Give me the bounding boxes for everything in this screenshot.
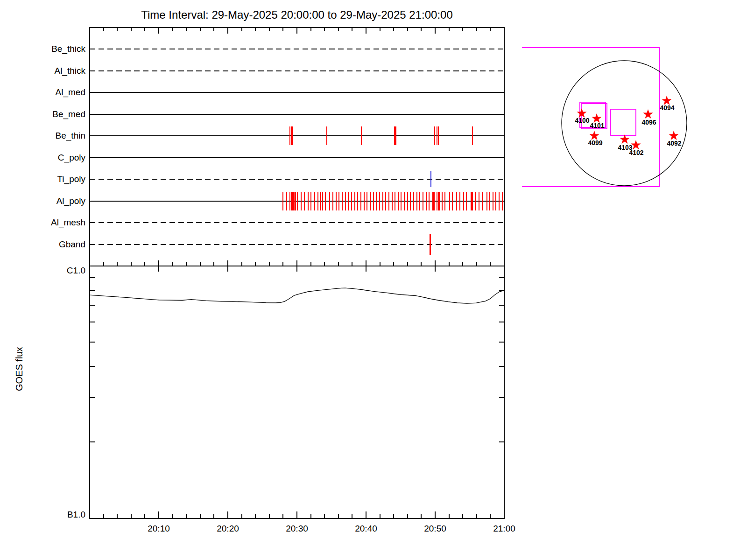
time-minor-tick xyxy=(462,28,463,31)
time-minor-tick xyxy=(117,514,118,518)
exposure-tick-Al_poly xyxy=(336,192,337,210)
exposure-tick-Al_poly xyxy=(466,192,467,210)
time-minor-tick xyxy=(255,262,256,266)
exposure-tick-Al_poly xyxy=(407,192,408,210)
plot-canvas: Time Interval: 29-May-2025 20:00:00 to 2… xyxy=(0,0,747,560)
goes-log-tick xyxy=(499,366,504,367)
time-minor-tick xyxy=(186,28,187,31)
time-minor-tick xyxy=(338,514,339,518)
time-label-21:00: 21:00 xyxy=(483,524,525,534)
active-region-label-4094: 4094 xyxy=(660,104,674,112)
exposure-tick-Al_poly xyxy=(401,192,402,210)
exposure-tick-Al_poly xyxy=(295,192,296,210)
time-minor-tick xyxy=(255,514,256,518)
exposure-tick-Al_poly xyxy=(376,192,377,210)
time-minor-tick xyxy=(310,514,311,518)
exposure-tick-Al_poly xyxy=(360,192,361,210)
time-minor-tick xyxy=(421,262,422,266)
time-minor-tick xyxy=(310,262,311,266)
exposure-tick-Al_poly xyxy=(459,192,460,210)
filter-label-C_poly: C_poly xyxy=(28,152,85,163)
exposure-tick-Be_thin xyxy=(394,126,396,145)
exposure-tick-Al_poly xyxy=(322,192,323,210)
time-minor-tick xyxy=(490,514,491,518)
active-region-star-4102 xyxy=(631,140,641,149)
time-minor-tick xyxy=(213,514,214,518)
exposure-tick-Al_poly xyxy=(289,192,290,210)
active-region-star-4103 xyxy=(620,134,630,144)
active-region-label-4103: 4103 xyxy=(618,144,632,151)
goes-log-tick xyxy=(90,366,95,367)
exposure-tick-Be_thin xyxy=(291,126,292,145)
plot-title: Time Interval: 29-May-2025 20:00:00 to 2… xyxy=(90,8,504,21)
exposure-tick-Al_poly xyxy=(320,192,321,210)
exposure-tick-Al_poly xyxy=(325,192,326,210)
fov-box-2 xyxy=(611,109,636,135)
filter-line-Be_thin xyxy=(90,135,504,136)
time-minor-tick xyxy=(213,28,214,31)
exposure-tick-Al_poly xyxy=(423,192,423,210)
active-region-star-4096 xyxy=(643,109,653,119)
exposure-tick-Al_poly xyxy=(452,192,453,210)
exposure-tick-Al_poly xyxy=(486,192,487,210)
exposure-tick-Al_poly xyxy=(329,192,330,210)
goes-log-tick xyxy=(499,277,504,278)
filter-line-C_poly xyxy=(90,157,504,158)
time-minor-tick xyxy=(310,28,311,31)
filter-label-Al_mesh: Al_mesh xyxy=(28,217,85,228)
time-minor-tick xyxy=(103,262,104,266)
time-minor-tick xyxy=(393,514,394,518)
time-minor-tick xyxy=(172,262,173,266)
filter-label-Al_med: Al_med xyxy=(28,87,85,98)
time-minor-tick xyxy=(352,262,352,266)
time-minor-tick xyxy=(421,514,422,518)
exposure-tick-Al_poly xyxy=(444,192,445,210)
goes-log-tick xyxy=(499,397,504,398)
exposure-tick-Al_poly xyxy=(489,192,490,210)
exposure-tick-Al_poly xyxy=(493,192,493,210)
active-region-label-4099: 4099 xyxy=(588,139,602,147)
time-minor-tick xyxy=(241,514,242,518)
time-minor-tick xyxy=(476,28,477,31)
time-label-20:10: 20:10 xyxy=(138,524,180,534)
time-minor-tick xyxy=(117,28,118,31)
goes-log-tick xyxy=(499,290,504,291)
goes-log-tick xyxy=(90,322,95,322)
filter-line-Be_thick xyxy=(90,49,504,49)
active-region-star-4094 xyxy=(662,96,672,105)
time-minor-tick xyxy=(393,28,394,31)
exposure-tick-Al_poly xyxy=(354,192,355,210)
exposure-tick-Al_poly xyxy=(301,192,302,210)
time-minor-tick xyxy=(255,28,256,31)
sunmap-frame xyxy=(522,48,659,187)
exposure-tick-Be_thin xyxy=(438,126,439,145)
time-minor-tick xyxy=(144,28,145,31)
active-region-label-4096: 4096 xyxy=(641,119,656,126)
time-minor-tick xyxy=(269,514,270,518)
time-minor-tick xyxy=(407,514,408,518)
time-minor-tick xyxy=(407,262,408,266)
time-minor-tick xyxy=(241,28,242,31)
time-major-tick xyxy=(158,260,159,272)
exposure-tick-Al_poly xyxy=(398,192,399,210)
exposure-tick-Al_poly xyxy=(426,192,427,210)
time-minor-tick xyxy=(241,262,242,266)
time-minor-tick xyxy=(338,262,339,266)
time-minor-tick xyxy=(380,514,381,518)
exposure-tick-Al_poly xyxy=(410,192,411,210)
exposure-tick-Al_poly xyxy=(294,192,295,210)
time-major-tick xyxy=(435,260,436,272)
exposure-tick-Al_poly xyxy=(282,192,283,210)
time-minor-tick xyxy=(144,262,145,266)
exposure-tick-Al_poly xyxy=(413,192,414,210)
fov-box-1-inner xyxy=(581,104,607,129)
exposure-tick-Al_poly xyxy=(338,192,339,210)
exposure-tick-Al_poly xyxy=(382,192,383,210)
time-minor-tick xyxy=(462,262,463,266)
filter-label-Be_thick: Be_thick xyxy=(28,43,85,55)
time-major-tick xyxy=(296,260,297,272)
time-minor-tick xyxy=(421,28,422,31)
fov-box-1 xyxy=(580,102,606,127)
exposure-tick-Al_poly xyxy=(373,192,374,210)
exposure-tick-Al_poly xyxy=(449,192,450,210)
